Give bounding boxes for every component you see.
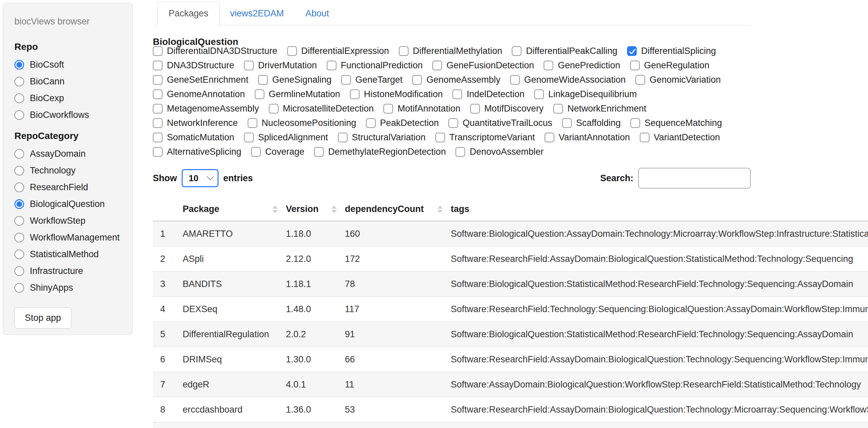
checkbox-VariantDetection[interactable]: VariantDetection — [640, 132, 720, 143]
checkbox-DifferentialMethylation[interactable]: DifferentialMethylation — [399, 46, 502, 56]
checkbox-AlternativeSplicing[interactable]: AlternativeSplicing — [153, 147, 241, 157]
radio-WorkflowStep[interactable]: WorkflowStep — [14, 212, 122, 229]
checkbox-SplicedAlignment[interactable]: SplicedAlignment — [244, 132, 328, 143]
cell-version: 1.48.0 — [286, 304, 345, 315]
checkbox-DemethylateRegionDetection[interactable]: DemethylateRegionDetection — [314, 147, 446, 157]
radio-BioCann[interactable]: BioCann — [14, 73, 122, 90]
checkbox-VariantAnnotation[interactable]: VariantAnnotation — [545, 132, 630, 143]
checkbox-NetworkEnrichment[interactable]: NetworkEnrichment — [553, 103, 647, 114]
checkbox-GeneRegulation[interactable]: GeneRegulation — [630, 60, 710, 71]
checkbox-GenomicVariation[interactable]: GenomicVariation — [636, 75, 721, 85]
checkbox-QuantitativeTrailLocus[interactable]: QuantitativeTrailLocus — [448, 118, 552, 128]
checkbox-GenePrediction[interactable]: GenePrediction — [544, 60, 620, 71]
radio-Technology[interactable]: Technology — [14, 162, 122, 179]
entries-select[interactable]: 10 — [182, 169, 218, 187]
checkbox-icon — [258, 75, 268, 85]
radio-label: Infrastructure — [30, 266, 83, 276]
checkbox-icon — [562, 118, 572, 128]
checkbox-label: DifferentialExpression — [301, 46, 389, 56]
checkbox-icon — [630, 61, 640, 70]
checkbox-GenomeAssembly[interactable]: GenomeAssembly — [412, 75, 500, 85]
checkbox-icon — [453, 90, 462, 99]
checkbox-MotifDiscovery[interactable]: MotifDiscovery — [470, 103, 544, 114]
checkbox-SequenceMatching[interactable]: SequenceMatching — [630, 118, 722, 128]
checkbox-DNA3DStructure[interactable]: DNA3DStructure — [153, 60, 234, 71]
checkbox-icon — [553, 104, 563, 113]
checkbox-label: NucleosomePositioning — [262, 118, 356, 128]
table-row: 6DRIMSeq1.30.066Software:ResearchField:A… — [153, 347, 868, 372]
checkbox-label: GenomeAssembly — [426, 75, 500, 85]
checkbox-FunctionalPrediction[interactable]: FunctionalPrediction — [327, 60, 423, 71]
checkbox-DriverMutation[interactable]: DriverMutation — [244, 60, 317, 71]
checkbox-HistoneModification[interactable]: HistoneModification — [350, 89, 443, 99]
checkbox-GenomeWideAssociation[interactable]: GenomeWideAssociation — [510, 75, 626, 85]
checkbox-MicrosatelliteDetection[interactable]: MicrosatelliteDetection — [269, 103, 374, 114]
cell-package: edgeR — [183, 380, 286, 390]
checkbox-DifferentialSplicing[interactable]: DifferentialSplicing — [627, 46, 716, 56]
checkbox-Coverage[interactable]: Coverage — [251, 147, 304, 157]
checkbox-GeneFusionDetection[interactable]: GeneFusionDetection — [432, 60, 534, 71]
radio-icon — [14, 199, 24, 209]
checkbox-label: GenePrediction — [558, 60, 620, 71]
radio-BioCsoft[interactable]: BioCsoft — [14, 56, 122, 73]
checkbox-icon — [153, 104, 162, 113]
radio-BioCexp[interactable]: BioCexp — [14, 90, 122, 106]
checkbox-GeneSetEnrichment[interactable]: GeneSetEnrichment — [153, 75, 248, 85]
checkbox-PeakDetection[interactable]: PeakDetection — [366, 118, 439, 128]
radio-label: ResearchField — [30, 182, 88, 193]
checkbox-DifferentialDNA3DStructure[interactable]: DifferentialDNA3DStructure — [153, 46, 278, 56]
checkbox-GeneSignaling[interactable]: GeneSignaling — [258, 75, 332, 85]
checkbox-icon — [248, 118, 257, 128]
checkbox-icon — [153, 61, 162, 70]
checkbox-GeneTarget[interactable]: GeneTarget — [341, 75, 403, 85]
radio-ShinyApps[interactable]: ShinyApps — [14, 279, 122, 296]
checkbox-label: FunctionalPrediction — [341, 60, 423, 71]
radio-WorkflowManagement[interactable]: WorkflowManagement — [14, 229, 122, 246]
checkbox-NetworkInference[interactable]: NetworkInference — [153, 118, 238, 128]
radio-AssayDomain[interactable]: AssayDomain — [14, 145, 122, 162]
checkbox-label: DifferentialPeakCalling — [526, 46, 617, 56]
checkbox-DifferentialPeakCalling[interactable]: DifferentialPeakCalling — [512, 46, 617, 56]
checkbox-LinkageDisequilibrium[interactable]: LinkageDisequilibrium — [534, 89, 637, 99]
radio-Infrastructure[interactable]: Infrastructure — [14, 263, 122, 279]
checkbox-icon — [244, 133, 254, 142]
radio-label: Technology — [30, 165, 76, 176]
search-input[interactable] — [638, 168, 751, 189]
column-header-dependencyCount[interactable]: dependencyCount — [345, 204, 451, 214]
tab-About[interactable]: About — [294, 2, 340, 25]
checkbox-SomaticMutation[interactable]: SomaticMutation — [153, 132, 234, 143]
checkbox-NucleosomePositioning[interactable]: NucleosomePositioning — [248, 118, 356, 128]
radio-StatisticalMethod[interactable]: StatisticalMethod — [14, 246, 122, 263]
checkbox-TranscriptomeVariant[interactable]: TranscriptomeVariant — [435, 132, 535, 143]
checkbox-IndelDetection[interactable]: IndelDetection — [453, 89, 525, 99]
radio-label: BioCann — [30, 76, 65, 87]
sort-up-icon — [273, 206, 278, 209]
cell-package: DEXSeq — [183, 304, 286, 315]
checkbox-icon — [153, 75, 162, 85]
radio-icon — [14, 216, 24, 226]
cell-tags: Software:ResearchField:Technology:Sequen… — [451, 304, 868, 315]
stop-app-button[interactable]: Stop app — [14, 307, 71, 329]
checkbox-label: SplicedAlignment — [258, 132, 328, 143]
checkbox-MetagenomeAssembly[interactable]: MetagenomeAssembly — [153, 103, 259, 114]
tab-Packages[interactable]: Packages — [157, 2, 219, 26]
tab-views2EDAM[interactable]: views2EDAM — [219, 2, 295, 25]
radio-BioCworkflows[interactable]: BioCworkflows — [14, 106, 122, 123]
checkbox-DifferentialExpression[interactable]: DifferentialExpression — [287, 46, 389, 56]
checkbox-GenomeAnnotation[interactable]: GenomeAnnotation — [153, 89, 245, 99]
radio-BiologicalQuestion[interactable]: BiologicalQuestion — [14, 196, 122, 212]
entries-label: entries — [223, 173, 253, 184]
packages-table: PackageVersiondependencyCounttags 1AMARE… — [153, 198, 868, 428]
entries-select-value: 10 — [189, 173, 198, 184]
radio-ResearchField[interactable]: ResearchField — [14, 179, 122, 196]
checkbox-Scaffolding[interactable]: Scaffolding — [562, 118, 621, 128]
checkbox-GermlineMutation[interactable]: GermlineMutation — [255, 89, 340, 99]
checkbox-StructuralVariation[interactable]: StructuralVariation — [338, 132, 426, 143]
radio-label: BioCexp — [30, 93, 64, 103]
column-header-Version[interactable]: Version — [286, 204, 345, 214]
checkbox-row: AlternativeSplicingCoverageDemethylateRe… — [153, 145, 756, 159]
checkbox-MotifAnnotation[interactable]: MotifAnnotation — [383, 103, 461, 114]
checkbox-DenovoAssembler[interactable]: DenovoAssembler — [456, 147, 544, 157]
column-header-Package[interactable]: Package — [183, 204, 286, 214]
cell-package: BANDITS — [183, 279, 286, 289]
